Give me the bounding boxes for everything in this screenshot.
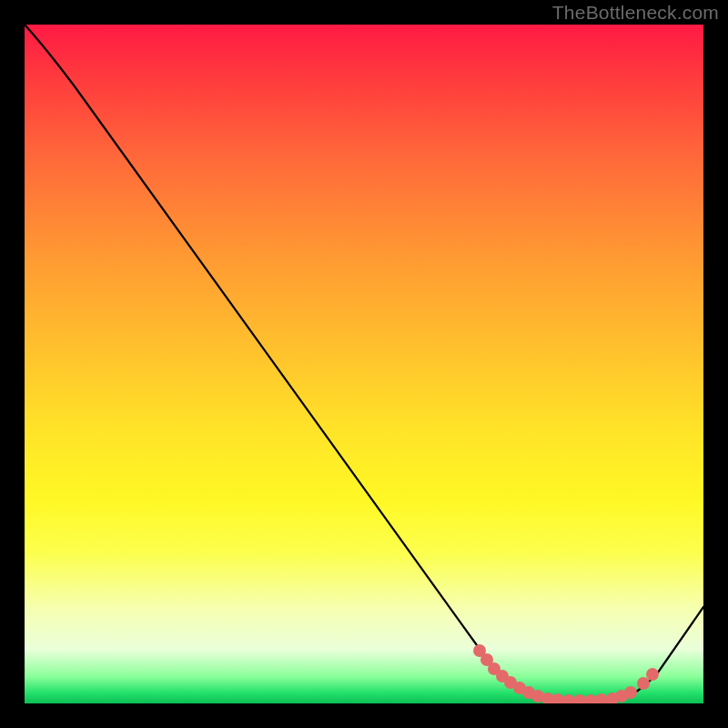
svg-point-9 [551,693,564,703]
svg-point-16 [624,686,637,699]
svg-point-11 [573,694,586,703]
marker-dots [473,644,659,703]
chart-stage: TheBottleneck.com [0,0,728,728]
curve-layer [25,25,703,703]
svg-point-10 [562,694,575,703]
svg-point-13 [595,693,608,703]
svg-point-12 [584,694,597,703]
plot-area [25,25,703,703]
svg-point-18 [646,668,659,681]
svg-point-17 [637,677,650,690]
bottleneck-curve [25,25,703,700]
watermark-text: TheBottleneck.com [552,2,719,24]
